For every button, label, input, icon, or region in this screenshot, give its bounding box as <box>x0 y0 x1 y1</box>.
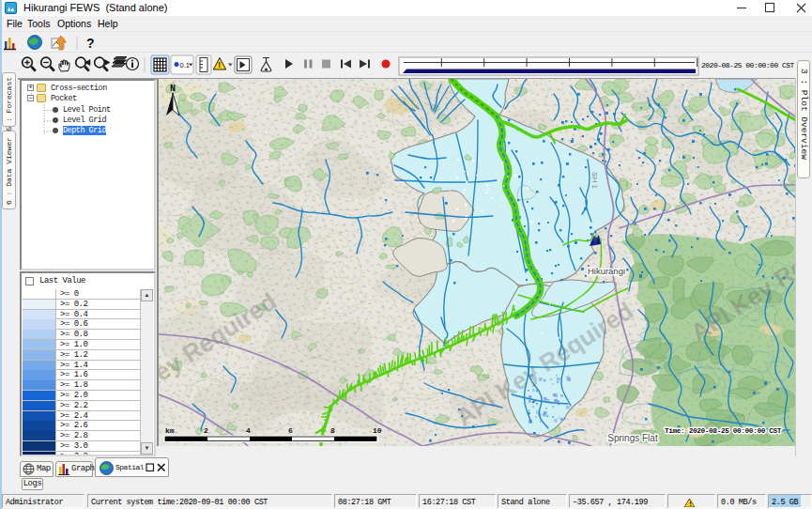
svg-text:Time: 2020-08-25 00:00:00 CST: Time: 2020-08-25 00:00:00 CST <box>665 427 782 435</box>
svg-text:4: 4 <box>246 426 251 435</box>
svg-text:!: ! <box>218 60 221 69</box>
svg-text:SH 1: SH 1 <box>590 172 599 189</box>
svg-text:?: ? <box>86 36 95 51</box>
svg-text:Springs Flat: Springs Flat <box>607 433 658 443</box>
svg-text:6: 6 <box>288 426 293 435</box>
svg-text:2: 2 <box>204 426 208 435</box>
svg-text:km: km <box>165 426 175 435</box>
svg-text:10: 10 <box>373 426 382 435</box>
svg-text:8: 8 <box>330 426 335 435</box>
svg-text:!: ! <box>688 501 692 508</box>
svg-text:Hikurangi: Hikurangi <box>588 266 625 276</box>
svg-text:N: N <box>170 84 176 94</box>
svg-text:0.1: 0.1 <box>180 61 190 69</box>
